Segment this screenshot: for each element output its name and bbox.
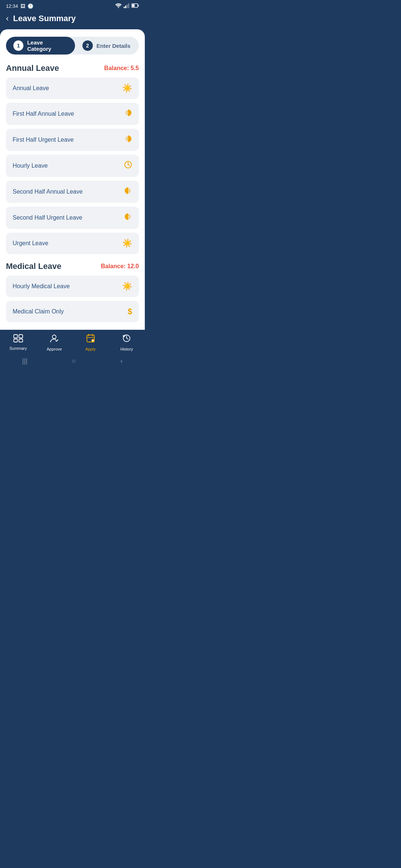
- first-half-annual-label: First Half Annual Leave: [13, 111, 74, 117]
- svg-point-0: [118, 7, 119, 8]
- hourly-leave-icon: [124, 161, 132, 171]
- medical-leave-title: Medical Leave: [6, 262, 61, 271]
- annual-leave-icon: ☀️: [122, 83, 132, 93]
- nav-apply[interactable]: Apply: [72, 333, 109, 351]
- hourly-leave-label: Hourly Leave: [13, 162, 48, 169]
- nav-summary[interactable]: Summary: [0, 334, 36, 351]
- back-button[interactable]: ‹: [6, 14, 9, 23]
- first-half-urgent-label: First Half Urgent Leave: [13, 137, 74, 143]
- svg-rect-21: [19, 335, 23, 338]
- urgent-leave-icon: ☀️: [122, 239, 132, 248]
- history-label: History: [120, 347, 133, 351]
- second-half-urgent-item[interactable]: Second Half Urgent Leave: [6, 207, 139, 229]
- approve-label: Approve: [47, 347, 62, 351]
- medical-leave-balance: Balance: 12.0: [101, 263, 139, 270]
- android-menu-btn[interactable]: |||: [22, 357, 27, 365]
- first-half-annual-icon: [124, 109, 132, 119]
- step-2-label: Enter Details: [97, 43, 131, 49]
- signal-icon: [124, 3, 130, 9]
- header: ‹ Leave Summary: [0, 11, 145, 29]
- annual-leave-item[interactable]: Annual Leave ☀️: [6, 78, 139, 99]
- page-title: Leave Summary: [13, 14, 76, 23]
- battery-icon: [131, 3, 139, 9]
- approve-icon: [49, 333, 59, 345]
- svg-rect-1: [124, 7, 125, 8]
- hourly-medical-icon: ☀️: [122, 282, 132, 291]
- clock-icon: 🕐: [27, 3, 33, 9]
- hourly-medical-label: Hourly Medical Leave: [13, 283, 70, 290]
- second-half-annual-icon: [124, 187, 132, 197]
- medical-claim-icon: $: [128, 307, 132, 316]
- nav-history[interactable]: History: [109, 333, 145, 351]
- second-half-annual-item[interactable]: Second Half Annual Leave: [6, 181, 139, 203]
- status-bar: 12:34 🖼 🕐: [0, 0, 145, 11]
- second-half-urgent-label: Second Half Urgent Leave: [13, 214, 82, 221]
- annual-leave-section-header: Annual Leave Balance: 5.5: [6, 63, 139, 73]
- second-half-annual-label: Second Half Annual Leave: [13, 188, 83, 195]
- annual-leave-balance: Balance: 5.5: [104, 65, 139, 72]
- svg-point-24: [52, 335, 56, 339]
- second-half-urgent-icon: [124, 213, 132, 223]
- annual-leave-list: Annual Leave ☀️ First Half Annual Leave …: [6, 78, 139, 254]
- summary-icon: [13, 334, 23, 345]
- svg-rect-7: [132, 4, 135, 7]
- android-nav: ||| ○ ‹: [0, 354, 145, 369]
- svg-rect-23: [19, 339, 23, 342]
- status-time: 12:34: [6, 3, 18, 9]
- step-2[interactable]: 2 Enter Details: [75, 37, 139, 55]
- medical-claim-item[interactable]: Medical Claim Only $: [6, 301, 139, 322]
- history-icon: [122, 333, 131, 345]
- urgent-leave-item[interactable]: Urgent Leave ☀️: [6, 233, 139, 254]
- photo-icon: 🖼: [20, 3, 25, 9]
- annual-leave-label: Annual Leave: [13, 85, 49, 92]
- hourly-medical-item[interactable]: Hourly Medical Leave ☀️: [6, 276, 139, 297]
- android-home-btn[interactable]: ○: [72, 357, 76, 365]
- step-1[interactable]: 1 Leave Category: [6, 37, 75, 55]
- medical-leave-list: Hourly Medical Leave ☀️ Medical Claim On…: [6, 276, 139, 322]
- step-1-number: 1: [13, 40, 23, 51]
- svg-point-15: [128, 164, 128, 165]
- svg-rect-6: [138, 5, 139, 7]
- svg-rect-20: [14, 335, 17, 338]
- svg-rect-4: [128, 3, 129, 8]
- summary-label: Summary: [9, 346, 27, 351]
- urgent-leave-label: Urgent Leave: [13, 240, 48, 247]
- apply-icon: [86, 333, 95, 345]
- svg-rect-3: [127, 4, 128, 8]
- android-back-btn[interactable]: ‹: [120, 357, 123, 365]
- first-half-urgent-icon: [124, 135, 132, 145]
- first-half-annual-item[interactable]: First Half Annual Leave: [6, 103, 139, 125]
- step-2-number: 2: [82, 40, 93, 51]
- svg-rect-22: [14, 339, 17, 342]
- apply-label: Apply: [85, 347, 96, 351]
- main-content: 1 Leave Category 2 Enter Details Annual …: [0, 29, 145, 330]
- medical-claim-label: Medical Claim Only: [13, 308, 64, 315]
- annual-leave-title: Annual Leave: [6, 63, 59, 73]
- first-half-urgent-item[interactable]: First Half Urgent Leave: [6, 129, 139, 151]
- status-right: [115, 3, 139, 9]
- hourly-leave-item[interactable]: Hourly Leave: [6, 155, 139, 177]
- step-1-label: Leave Category: [27, 39, 67, 52]
- svg-rect-2: [125, 6, 126, 8]
- medical-leave-section-header: Medical Leave Balance: 12.0: [6, 262, 139, 271]
- bottom-nav: Summary Approve Apply: [0, 330, 145, 354]
- step-indicator: 1 Leave Category 2 Enter Details: [6, 37, 139, 55]
- nav-approve[interactable]: Approve: [36, 333, 73, 351]
- status-left: 12:34 🖼 🕐: [6, 3, 33, 9]
- wifi-icon: [115, 3, 122, 9]
